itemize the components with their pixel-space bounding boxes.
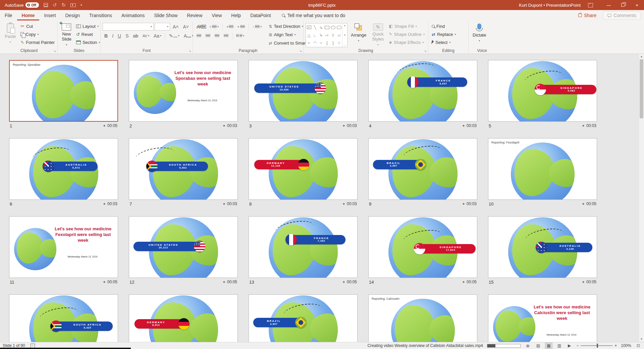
shape-cell-15[interactable]: { bbox=[324, 40, 330, 46]
drawing-dialog-launcher-icon[interactable]: ↘ bbox=[424, 49, 427, 53]
shrink-font-button[interactable]: A˅ bbox=[181, 23, 191, 30]
scroll-up-icon[interactable]: ▲ bbox=[640, 54, 643, 59]
transition-star-icon[interactable]: ★ bbox=[223, 202, 225, 206]
paste-button[interactable]: Paste ▾ bbox=[3, 22, 18, 48]
slide-thumbnail[interactable]: GERMANY 12,135 bbox=[249, 138, 358, 200]
shapes-scroll-up-icon[interactable]: ▲ bbox=[344, 24, 346, 26]
slide-thumbnail[interactable]: UNITED STATES 19,050 bbox=[249, 60, 358, 122]
slide-thumbnail[interactable]: FRANCE 8,547 bbox=[368, 60, 477, 122]
slide-thumbnail[interactable]: SOUTH AFRICA 5,902 bbox=[129, 138, 238, 200]
autosave-toggle[interactable]: AutoSave Off bbox=[5, 2, 39, 8]
shapes-gallery-scrollbar[interactable]: ▲ ▼ ⌄ bbox=[342, 23, 347, 47]
slide-thumbnail[interactable]: Reporting: Sporabax bbox=[9, 60, 118, 122]
align-left-button[interactable] bbox=[195, 34, 203, 38]
tab-datapoint[interactable]: DataPoint bbox=[246, 10, 275, 20]
transition-star-icon[interactable]: ★ bbox=[582, 124, 585, 127]
strikethrough-button[interactable]: ab bbox=[131, 33, 140, 39]
zoom-in-icon[interactable]: + bbox=[614, 343, 617, 348]
slide-thumbnail[interactable]: Reporting: Fexolapril bbox=[488, 138, 597, 200]
transition-star-icon[interactable]: ★ bbox=[342, 202, 345, 206]
copy-button[interactable]: Copy▾ bbox=[19, 30, 56, 38]
transition-star-icon[interactable]: ★ bbox=[462, 280, 465, 284]
grow-font-button[interactable]: A˄ bbox=[171, 23, 180, 30]
slide-sorter-view-button[interactable]: ▦ bbox=[545, 343, 552, 348]
change-case-button[interactable]: Aa▾ bbox=[152, 33, 163, 39]
customize-qat-icon[interactable]: ▾ bbox=[80, 3, 82, 7]
start-slideshow-icon[interactable] bbox=[70, 3, 76, 7]
slide-thumbnail[interactable]: Reporting: Calciustin bbox=[368, 294, 477, 342]
character-spacing-button[interactable]: AV▾ bbox=[141, 33, 151, 39]
align-right-button[interactable] bbox=[213, 34, 221, 38]
clipboard-dialog-launcher-icon[interactable]: ↘ bbox=[53, 49, 56, 53]
share-button[interactable]: Share bbox=[574, 12, 600, 19]
increase-indent-button[interactable]: ▸ bbox=[236, 24, 247, 29]
bold-button[interactable]: B bbox=[103, 33, 109, 39]
shape-cell-12[interactable]: ≈ bbox=[306, 40, 312, 46]
tab-home[interactable]: Home bbox=[17, 10, 40, 20]
fit-to-window-icon[interactable]: ⊡ bbox=[635, 343, 641, 348]
reset-button[interactable]: Reset bbox=[75, 30, 101, 38]
transition-star-icon[interactable]: ★ bbox=[223, 124, 225, 127]
zoom-thumb[interactable] bbox=[597, 344, 598, 348]
spell-check-icon[interactable]: ✓ bbox=[31, 344, 35, 348]
tell-me-search[interactable]: Tell me what you want to do bbox=[282, 13, 345, 18]
ribbon-display-options-icon[interactable] bbox=[588, 3, 593, 7]
shape-cell-0[interactable]: A bbox=[306, 25, 312, 30]
shape-outline-button[interactable]: ✎Shape Outline▾ bbox=[388, 30, 426, 38]
tab-view[interactable]: View bbox=[207, 10, 226, 20]
shapes-scroll-down-icon[interactable]: ▼ bbox=[344, 34, 346, 36]
transition-star-icon[interactable]: ★ bbox=[103, 124, 106, 127]
section-button[interactable]: Section▾ bbox=[75, 38, 101, 46]
shape-cell-9[interactable]: ⇨ bbox=[324, 33, 330, 38]
shape-cell-5[interactable] bbox=[336, 25, 342, 30]
tab-file[interactable]: File bbox=[0, 10, 17, 20]
shapes-more-icon[interactable]: ⌄ bbox=[344, 44, 346, 46]
tab-slideshow[interactable]: Slide Show bbox=[149, 10, 182, 20]
shape-cell-16[interactable]: } bbox=[330, 40, 336, 46]
layout-button[interactable]: Layout▾ bbox=[75, 22, 101, 30]
justify-button[interactable] bbox=[222, 34, 230, 38]
shape-effects-button[interactable]: ◈Shape Effects▾ bbox=[388, 38, 426, 46]
shape-cell-17[interactable]: ☆ bbox=[336, 40, 342, 46]
transition-star-icon[interactable]: ★ bbox=[342, 280, 345, 284]
slide-thumbnail[interactable]: Let's see how our medicine Fexolapril we… bbox=[9, 216, 118, 278]
quick-styles-button[interactable]: ✎ Quick Styles ▾ bbox=[370, 22, 386, 48]
slideshow-view-button[interactable]: ▶ bbox=[567, 343, 572, 348]
tab-animations[interactable]: Animations bbox=[117, 10, 149, 20]
scrollbar-thumb[interactable] bbox=[640, 59, 643, 118]
zoom-slider[interactable]: − + bbox=[576, 343, 617, 348]
slide-thumbnail[interactable]: BRAZIL 3,607 bbox=[249, 294, 358, 342]
tab-insert[interactable]: Insert bbox=[39, 10, 60, 20]
new-slide-button[interactable]: New Slide ▾ bbox=[60, 22, 73, 48]
tab-transitions[interactable]: Transitions bbox=[85, 10, 117, 20]
line-spacing-button[interactable]: ↕▾ bbox=[251, 24, 263, 29]
font-name-combo[interactable]: ▾ bbox=[103, 23, 154, 31]
tab-help[interactable]: Help bbox=[226, 10, 246, 20]
vertical-scrollbar[interactable]: ▲ ▼ bbox=[639, 54, 644, 342]
slide-thumbnail[interactable]: AUSTRALIA 4,138 bbox=[488, 216, 597, 278]
highlight-color-button[interactable]: ✎▾ bbox=[167, 33, 181, 39]
comments-button[interactable]: Comments bbox=[603, 11, 641, 19]
zoom-track[interactable] bbox=[581, 345, 612, 346]
find-button[interactable]: Find bbox=[430, 22, 458, 30]
shape-cell-2[interactable]: ⇘ bbox=[318, 25, 324, 30]
slide-thumbnail[interactable]: SINGAPORE 5,982 bbox=[488, 60, 597, 122]
format-painter-button[interactable]: Format Painter bbox=[19, 38, 56, 46]
align-center-button[interactable] bbox=[204, 34, 212, 38]
minimize-button[interactable]: — bbox=[602, 0, 616, 10]
zoom-out-icon[interactable]: − bbox=[576, 343, 579, 348]
shape-cell-8[interactable]: ↳ bbox=[318, 33, 324, 38]
shape-cell-4[interactable] bbox=[330, 25, 336, 30]
slide-thumbnail[interactable]: Let's see how our medicine Calciustin we… bbox=[488, 294, 597, 342]
tab-design[interactable]: Design bbox=[60, 10, 85, 20]
font-dialog-launcher-icon[interactable]: ↘ bbox=[189, 49, 191, 53]
bullets-button[interactable]: •▾ bbox=[195, 24, 207, 29]
columns-button[interactable]: ▾ bbox=[234, 34, 246, 38]
underline-button[interactable]: U bbox=[116, 33, 123, 39]
cancel-video-icon[interactable]: ⊗ bbox=[525, 343, 531, 349]
slide-thumbnail[interactable]: GERMANY 8,914 bbox=[129, 294, 238, 342]
arrange-button[interactable]: Arrange ▾ bbox=[349, 22, 368, 48]
slide-thumbnail[interactable]: UNITED STATES 20,213 bbox=[129, 216, 238, 278]
paragraph-dialog-launcher-icon[interactable]: ↘ bbox=[299, 49, 302, 53]
font-size-combo[interactable]: ▾ bbox=[155, 23, 170, 31]
